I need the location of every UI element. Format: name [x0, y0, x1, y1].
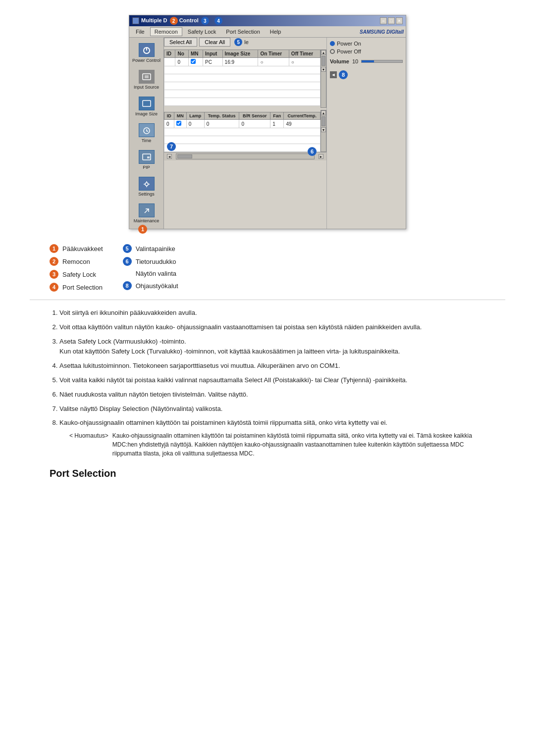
- statusbar: ◄ ►: [164, 152, 326, 160]
- time-icon: [139, 123, 155, 137]
- legend-item-5: 5 Valintapainike: [123, 244, 178, 253]
- menu-remocon[interactable]: Remocon: [150, 27, 182, 36]
- sidebar-item-maintenance[interactable]: Maintenance: [131, 201, 162, 226]
- volume-icon[interactable]: ◄: [330, 71, 337, 78]
- power-on-row[interactable]: Power On: [330, 41, 403, 47]
- stat-scroll-down-arrow[interactable]: ▼: [321, 127, 326, 132]
- hscroll-thumb[interactable]: [177, 154, 192, 158]
- scroll-thumb[interactable]: [321, 56, 325, 66]
- cell-offtimer: ○: [289, 58, 320, 66]
- select-all-button[interactable]: Select All: [164, 38, 197, 47]
- input-source-icon: [139, 70, 155, 84]
- scroll-up-arrow[interactable]: ▲: [321, 50, 326, 55]
- divider: [30, 300, 505, 300]
- power-on-radio[interactable]: [330, 41, 335, 46]
- scroll-down-arrow[interactable]: ▼: [321, 67, 326, 72]
- col-header-input: Input: [203, 50, 223, 58]
- table-row: [164, 90, 321, 98]
- instruction-6: Näet ruudukosta valitun näytön tietojen …: [59, 390, 485, 400]
- legend-text-1: Pääkuvakkeet: [62, 245, 103, 252]
- stat-cell-bvr: 0: [239, 120, 270, 128]
- stat-col-temp: Temp. Status: [204, 112, 239, 120]
- power-group: Power On Power Off: [330, 41, 403, 54]
- status-row: 0 0 0 0 1 49: [164, 120, 321, 128]
- status-row: [164, 128, 321, 136]
- pip-icon: [139, 150, 155, 164]
- huomautus-block: < Huomautus> Kauko-ohjaussignaalin ottam…: [69, 431, 485, 458]
- main-table-scrollbar[interactable]: ▲ ▼: [321, 50, 326, 108]
- cell-id: [164, 58, 175, 66]
- main-table-wrapper: ID No MN Input Image Size On Timer Off T…: [164, 50, 321, 108]
- settings-label: Settings: [138, 192, 155, 197]
- main-data-table: ID No MN Input Image Size On Timer Off T…: [164, 50, 321, 106]
- title-bar-buttons: – □ ×: [380, 17, 403, 24]
- sidebar-item-settings[interactable]: Settings: [131, 174, 162, 199]
- sidebar-item-image-size[interactable]: Image Size: [131, 94, 162, 119]
- stat-cell-id: 0: [164, 120, 174, 128]
- clear-all-button[interactable]: Clear All: [199, 38, 230, 47]
- port-selection-heading: Port Selection: [30, 468, 505, 479]
- legend-badge-4: 4: [50, 283, 58, 292]
- image-size-label: Image Size: [135, 111, 158, 116]
- maximize-button[interactable]: □: [388, 17, 395, 24]
- status-table-wrapper: ID MN Lamp Temp. Status B/R Sensor Fan C…: [164, 110, 321, 152]
- table-row: [164, 82, 321, 90]
- power-control-icon: [139, 43, 155, 57]
- menu-help[interactable]: Help: [266, 27, 286, 36]
- stat-scroll-up-arrow[interactable]: ▲: [321, 110, 326, 115]
- stat-cell-mn: [174, 120, 186, 128]
- menu-file[interactable]: File: [131, 27, 149, 36]
- table-row: [164, 98, 321, 106]
- menu-port-selection[interactable]: Port Selection: [221, 27, 264, 36]
- right-panel: Power On Power Off Volume 10 ◄: [326, 38, 406, 229]
- window-inner: 1 Power Control Input Source: [129, 38, 406, 229]
- title-bar: Multiple D 2 Control 3 4 – □ ×: [129, 15, 406, 26]
- stat-cell-temp: 0: [204, 120, 239, 128]
- menu-safety-lock[interactable]: Safety Lock: [183, 27, 220, 36]
- table-row[interactable]: 0 PC 16:9 ○ ○: [164, 58, 321, 66]
- stat-checkbox[interactable]: [176, 121, 181, 126]
- settings-icon: [139, 177, 155, 191]
- svg-point-10: [145, 183, 148, 186]
- legend-text-8: Ohjaustyökalut: [136, 282, 178, 290]
- table-row: [164, 66, 321, 74]
- minimize-button[interactable]: –: [380, 17, 387, 24]
- legend-badge-3: 3: [50, 270, 58, 279]
- status-table-area: ID MN Lamp Temp. Status B/R Sensor Fan C…: [164, 110, 326, 152]
- status-row: [164, 144, 321, 152]
- badge-7-overlay: 7: [167, 142, 176, 151]
- stat-cell-fan: 1: [270, 120, 284, 128]
- legend-item-8: 8 Ohjaustyökalut: [123, 281, 178, 290]
- power-off-row[interactable]: Power Off: [330, 49, 403, 54]
- legend-text-4: Port Selection: [62, 284, 103, 291]
- pip-label: PIP: [143, 165, 150, 170]
- col-header-imagesize: Image Size: [222, 50, 258, 58]
- cell-no: 0: [175, 58, 188, 66]
- hscroll-left-arrow[interactable]: ◄: [167, 154, 172, 159]
- huomautus-text: Kauko-ohjaussignaalin ottaminen käyttöön…: [112, 431, 485, 458]
- legend-item-2: 2 Remocon: [50, 257, 103, 266]
- sidebar: 1 Power Control Input Source: [129, 38, 164, 229]
- hscrollbar[interactable]: [176, 153, 315, 159]
- stat-scroll-thumb[interactable]: [321, 116, 325, 126]
- row-checkbox[interactable]: [191, 59, 196, 64]
- instruction-1: Voit siirtyä eri ikkunoihin pääkuvakkeid…: [59, 308, 485, 318]
- volume-fill: [362, 60, 374, 62]
- sidebar-item-input-source[interactable]: Input Source: [131, 67, 162, 92]
- status-table-scrollbar[interactable]: ▲ ▼: [321, 110, 326, 152]
- table-row: [164, 74, 321, 82]
- sidebar-item-power-control[interactable]: Power Control: [131, 41, 162, 65]
- svg-rect-9: [147, 156, 150, 158]
- stat-cell-currenttemp: 49: [284, 120, 321, 128]
- hscroll-right-arrow[interactable]: ►: [319, 154, 323, 159]
- legend-item-nayton: Näytön valinta: [123, 270, 178, 277]
- legend-badge-1: 1: [50, 244, 58, 253]
- legend-text-3: Safety Lock: [62, 271, 96, 278]
- close-button[interactable]: ×: [396, 17, 403, 24]
- sidebar-item-time[interactable]: Time: [131, 121, 162, 146]
- sidebar-item-pip[interactable]: PIP: [131, 148, 162, 172]
- title-bar-left: Multiple D 2 Control 3 4: [132, 17, 222, 25]
- stat-col-bvr: B/R Sensor: [239, 112, 270, 120]
- power-off-radio[interactable]: [330, 49, 335, 54]
- volume-bar[interactable]: [361, 60, 403, 63]
